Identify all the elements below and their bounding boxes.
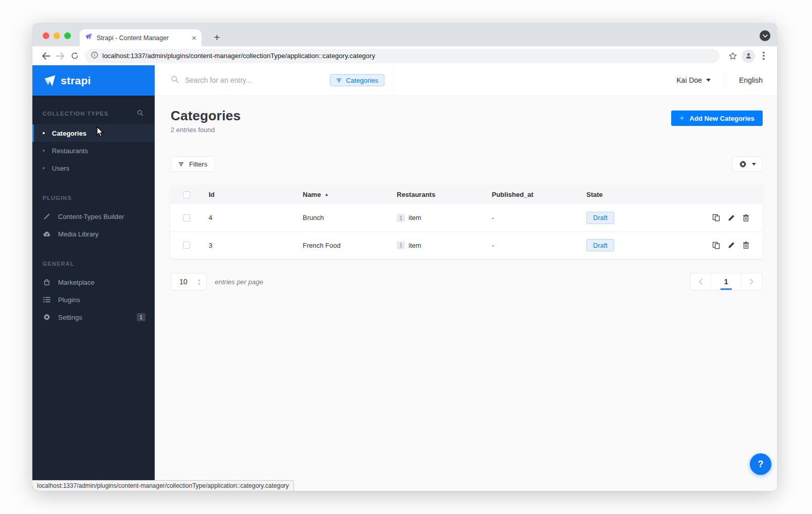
- search-icon: [171, 75, 179, 85]
- count-label: item: [409, 242, 421, 249]
- bookmark-star-icon[interactable]: [726, 49, 740, 63]
- content: Categories 2 entries found + Add New Cat…: [155, 96, 777, 491]
- store-icon: [43, 279, 51, 286]
- search-input[interactable]: [185, 76, 324, 84]
- main-area: Categories Kai Doe English Categories: [155, 65, 777, 491]
- page-size-value: 10: [179, 278, 188, 286]
- table-header-row: Id Name ▲ Restaurants Published_at State: [171, 185, 763, 204]
- edit-icon[interactable]: [728, 214, 735, 222]
- settings-badge: 1: [137, 313, 145, 321]
- cloud-upload-icon: [43, 231, 51, 237]
- header-name-label: Name: [303, 191, 321, 198]
- strapi-logo[interactable]: strapi: [32, 65, 155, 96]
- sidebar-item-label: Content-Types Builder: [58, 213, 124, 221]
- gear-icon: [739, 160, 747, 168]
- row-checkbox[interactable]: [183, 214, 190, 222]
- back-icon[interactable]: [39, 49, 53, 63]
- window-controls: [43, 32, 71, 39]
- sidebar-item-marketplace[interactable]: Marketplace: [32, 273, 155, 291]
- profile-avatar-icon[interactable]: [741, 49, 755, 63]
- browser-tabstrip: Strapi - Content Manager × +: [32, 23, 777, 46]
- sidebar-item-content-types-builder[interactable]: Content-Types Builder: [32, 208, 155, 225]
- tab-search-button[interactable]: [760, 30, 770, 41]
- plugins-section-label: PLUGINS: [43, 195, 72, 201]
- sidebar-item-restaurants[interactable]: Restaurants: [32, 142, 155, 159]
- topbar: Categories Kai Doe English: [155, 65, 777, 96]
- cell-state: Draft: [586, 239, 695, 251]
- list-icon: [43, 297, 51, 303]
- next-page-button[interactable]: [742, 273, 762, 290]
- gear-icon: [43, 314, 51, 321]
- url-bar[interactable]: localhost:1337/admin/plugins/content-man…: [85, 49, 719, 63]
- browser-window: Strapi - Content Manager × + localhost:1…: [32, 23, 777, 491]
- browser-menu-icon[interactable]: [756, 49, 771, 63]
- header-published-at[interactable]: Published_at: [492, 191, 586, 198]
- forward-icon[interactable]: [53, 49, 67, 63]
- sidebar: strapi COLLECTION TYPES Categories: [32, 65, 155, 491]
- pagination: 1: [690, 273, 763, 290]
- select-all-checkbox[interactable]: [183, 191, 190, 198]
- page-size-select[interactable]: 10 ▲▼: [171, 273, 207, 290]
- delete-icon[interactable]: [743, 242, 749, 249]
- language-selector[interactable]: English: [725, 76, 763, 84]
- sidebar-item-label: Users: [52, 164, 69, 172]
- header-restaurants[interactable]: Restaurants: [397, 191, 492, 198]
- count-label: item: [409, 214, 421, 222]
- bullet-icon: [43, 132, 45, 134]
- table-row[interactable]: 4 Brunch 1 item - Draft: [171, 204, 763, 231]
- strapi-logo-icon: [44, 75, 56, 87]
- user-menu[interactable]: Kai Doe: [676, 76, 724, 84]
- new-tab-button[interactable]: +: [210, 30, 224, 45]
- header-id[interactable]: Id: [209, 191, 303, 198]
- sidebar-item-categories[interactable]: Categories: [32, 124, 155, 142]
- close-window-button[interactable]: [43, 32, 49, 39]
- sidebar-item-users[interactable]: Users: [32, 159, 155, 177]
- sidebar-item-plugins[interactable]: Plugins: [32, 291, 155, 308]
- sidebar-item-label: Marketplace: [58, 279, 95, 286]
- filters-button-label: Filters: [189, 160, 207, 168]
- site-info-icon[interactable]: [91, 51, 98, 61]
- collection-search-icon[interactable]: [137, 109, 143, 118]
- table-footer: 10 ▲▼ entries per page 1: [171, 273, 763, 290]
- header-state[interactable]: State: [586, 191, 695, 198]
- cell-state: Draft: [586, 212, 695, 224]
- cell-restaurants: 1 item: [397, 214, 492, 222]
- current-page[interactable]: 1: [711, 273, 742, 290]
- prev-page-button[interactable]: [690, 273, 711, 290]
- maximize-window-button[interactable]: [64, 32, 71, 39]
- collection-types-label: COLLECTION TYPES: [43, 111, 108, 117]
- filter-icon: [178, 162, 184, 167]
- delete-icon[interactable]: [743, 214, 749, 222]
- add-button-label: Add New Categories: [690, 115, 754, 122]
- header-name[interactable]: Name ▲: [303, 191, 397, 198]
- help-button[interactable]: ?: [750, 453, 771, 475]
- filter-chip-categories[interactable]: Categories: [330, 74, 384, 86]
- minimize-window-button[interactable]: [53, 32, 60, 39]
- sidebar-item-media-library[interactable]: Media Library: [32, 225, 155, 243]
- duplicate-icon[interactable]: [712, 242, 720, 249]
- chevron-left-icon: [698, 279, 703, 285]
- browser-tab[interactable]: Strapi - Content Manager ×: [80, 29, 201, 46]
- cell-name: Brunch: [303, 214, 397, 222]
- filters-button[interactable]: Filters: [171, 156, 215, 172]
- table-settings-button[interactable]: [732, 156, 763, 172]
- collection-types-section: COLLECTION TYPES Categories Restaurants: [32, 108, 155, 177]
- table-tools-row: Filters: [171, 156, 763, 172]
- url-text[interactable]: localhost:1337/admin/plugins/content-man…: [102, 52, 375, 60]
- sidebar-item-label: Plugins: [58, 296, 80, 304]
- page-title: Categories: [171, 108, 241, 124]
- filter-chip-label: Categories: [346, 77, 378, 84]
- strapi-logo-text: strapi: [61, 75, 91, 87]
- tab-close-icon[interactable]: ×: [192, 34, 196, 42]
- row-checkbox[interactable]: [183, 242, 190, 249]
- entries-table: Id Name ▲ Restaurants Published_at State: [171, 185, 763, 259]
- chevron-down-icon: [752, 163, 756, 166]
- sidebar-item-settings[interactable]: Settings 1: [32, 308, 155, 326]
- status-bar-url: localhost:1337/admin/plugins/content-man…: [32, 480, 294, 491]
- reload-icon[interactable]: [67, 49, 82, 63]
- table-row[interactable]: 3 French Food 1 item - Draft: [171, 231, 763, 259]
- sidebar-item-label: Restaurants: [52, 147, 88, 155]
- edit-icon[interactable]: [728, 242, 735, 249]
- add-new-categories-button[interactable]: + Add New Categories: [671, 111, 763, 126]
- duplicate-icon[interactable]: [712, 214, 720, 222]
